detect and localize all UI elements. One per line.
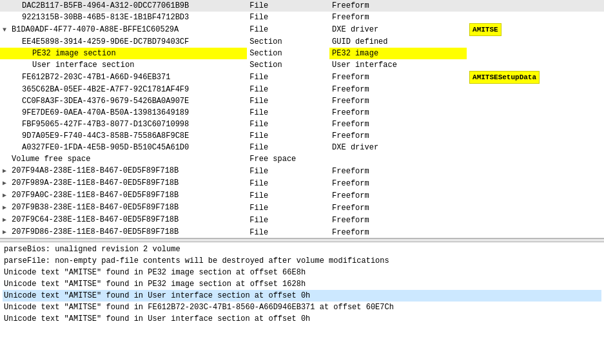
- row-subtype: PE32 image: [329, 48, 467, 59]
- table-row[interactable]: FBF95065-427F-47B3-8077-D13C60710998File…: [0, 119, 604, 130]
- row-tag: [467, 189, 604, 202]
- row-name: DAC2B117-B5FB-4964-A312-0DCC77061B9B: [22, 1, 189, 10]
- messages-panel: parseBios: unaligned revision 2 volumepa…: [0, 238, 604, 364]
- row-tag: [467, 119, 604, 130]
- row-name: CC0F8A3F-3DEA-4376-9679-5426BA0A907E: [22, 97, 189, 106]
- row-subtype: [329, 153, 467, 165]
- row-type: File: [247, 107, 329, 119]
- row-subtype: Freeform: [329, 226, 467, 238]
- table-row[interactable]: A0327FE0-1FDA-4E5B-905D-B510C45A61D0File…: [0, 142, 604, 153]
- table-row[interactable]: 365C62BA-05EF-4B2E-A7F7-92C1781AF4F9File…: [0, 84, 604, 95]
- row-type: File: [247, 119, 329, 130]
- row-tag: [467, 36, 604, 48]
- table-row[interactable]: ▶207F9A0C-238E-11E8-B467-0ED5F89F718BFil…: [0, 189, 604, 202]
- row-subtype: Freeform: [329, 130, 467, 142]
- expander-icon[interactable]: ▶: [3, 178, 10, 189]
- row-tag: [467, 177, 604, 189]
- row-name: 9D7A05E9-F740-44C3-858B-75586A8F9C8E: [22, 131, 189, 140]
- row-subtype: DXE driver: [329, 142, 467, 153]
- table-row[interactable]: ▶207F9C64-238E-11E8-B467-0ED5F89F718BFil…: [0, 214, 604, 226]
- table-row[interactable]: PE32 image sectionSectionPE32 image: [0, 48, 604, 59]
- row-type: File: [247, 165, 329, 177]
- row-subtype: Freeform: [329, 71, 467, 84]
- row-subtype: Freeform: [329, 107, 467, 119]
- row-subtype: DXE driver: [329, 23, 467, 36]
- row-tag: [467, 226, 604, 238]
- row-tag: [467, 107, 604, 119]
- row-subtype: User interface: [329, 59, 467, 71]
- table-row[interactable]: ▶207F94A8-238E-11E8-B467-0ED5F89F718BFil…: [0, 165, 604, 177]
- row-tag: [467, 202, 604, 214]
- expander-icon[interactable]: ▶: [3, 215, 10, 226]
- table-row[interactable]: 9D7A05E9-F740-44C3-858B-75586A8F9C8EFile…: [0, 130, 604, 142]
- table-row[interactable]: EE4E5898-3914-4259-9D6E-DC7BD79403CFSect…: [0, 36, 604, 48]
- message-line: parseBios: unaligned revision 2 volume: [3, 244, 601, 255]
- tag-badge: AMITSE: [469, 23, 502, 36]
- expander-icon[interactable]: ▶: [3, 202, 10, 214]
- file-tree: DAC2B117-B5FB-4964-A312-0DCC77061B9BFile…: [0, 0, 604, 238]
- row-type: Section: [247, 59, 329, 71]
- table-row[interactable]: ▼B1DA0ADF-4F77-4070-A88E-BFFE1C60529AFil…: [0, 23, 604, 36]
- message-line: Unicode text "AMITSE" found in User inte…: [3, 290, 601, 302]
- row-type: File: [247, 23, 329, 36]
- row-tag: [467, 12, 604, 23]
- row-tag: [467, 84, 604, 95]
- table-row[interactable]: ▶207F9B38-238E-11E8-B467-0ED5F89F718BFil…: [0, 202, 604, 214]
- file-tree-area[interactable]: DAC2B117-B5FB-4964-A312-0DCC77061B9BFile…: [0, 0, 604, 238]
- row-tag: [467, 142, 604, 153]
- row-subtype: Freeform: [329, 119, 467, 130]
- table-row[interactable]: ▶207F9D86-238E-11E8-B467-0ED5F89F718BFil…: [0, 226, 604, 238]
- table-row[interactable]: ▶207F989A-238E-11E8-B467-0ED5F89F718BFil…: [0, 177, 604, 189]
- row-name: 207F9A0C-238E-11E8-B467-0ED5F89F718B: [12, 191, 179, 200]
- table-row[interactable]: FE612B72-203C-47B1-A66D-946EB371FileFree…: [0, 71, 604, 84]
- row-type: File: [247, 0, 329, 12]
- message-line: Unicode text "AMITSE" found in PE32 imag…: [3, 278, 601, 290]
- table-row[interactable]: 9221315B-30BB-46B5-813E-1B1BF4712BD3File…: [0, 12, 604, 23]
- row-name: PE32 image section: [32, 49, 116, 58]
- expander-icon[interactable]: ▼: [3, 24, 10, 36]
- row-subtype: Freeform: [329, 214, 467, 226]
- row-type: File: [247, 226, 329, 238]
- expander-icon[interactable]: ▶: [3, 190, 10, 202]
- table-row[interactable]: DAC2B117-B5FB-4964-A312-0DCC77061B9BFile…: [0, 0, 604, 12]
- tag-badge: AMITSESetupData: [469, 71, 540, 84]
- row-tag: AMITSE: [467, 23, 604, 36]
- row-type: File: [247, 142, 329, 153]
- row-name: 207F9C64-238E-11E8-B467-0ED5F89F718B: [12, 215, 179, 224]
- row-subtype: Freeform: [329, 0, 467, 12]
- row-type: Free space: [247, 153, 329, 165]
- row-type: File: [247, 71, 329, 84]
- message-line: Unicode text "AMITSE" found in FE612B72-…: [3, 302, 601, 313]
- row-tag: [467, 0, 604, 12]
- row-tag: [467, 214, 604, 226]
- row-subtype: Freeform: [329, 202, 467, 214]
- table-row[interactable]: 9FE7DE69-0AEA-470A-B50A-139813649189File…: [0, 107, 604, 119]
- row-type: File: [247, 84, 329, 95]
- message-line: Unicode text "AMITSE" found in PE32 imag…: [3, 267, 601, 278]
- table-row[interactable]: User interface sectionSectionUser interf…: [0, 59, 604, 71]
- row-tag: [467, 165, 604, 177]
- row-name: 207F9D86-238E-11E8-B467-0ED5F89F718B: [12, 227, 179, 236]
- row-tag: [467, 59, 604, 71]
- table-row[interactable]: CC0F8A3F-3DEA-4376-9679-5426BA0A907EFile…: [0, 95, 604, 107]
- row-type: File: [247, 130, 329, 142]
- row-subtype: Freeform: [329, 12, 467, 23]
- row-tag: [467, 153, 604, 165]
- row-tag: AMITSESetupData: [467, 71, 604, 84]
- row-name: 207F9B38-238E-11E8-B467-0ED5F89F718B: [12, 203, 179, 212]
- row-subtype: Freeform: [329, 84, 467, 95]
- row-type: File: [247, 202, 329, 214]
- row-type: File: [247, 12, 329, 23]
- expander-icon[interactable]: ▶: [3, 166, 10, 177]
- row-subtype: Freeform: [329, 189, 467, 202]
- main-container: DAC2B117-B5FB-4964-A312-0DCC77061B9BFile…: [0, 0, 604, 364]
- messages-content[interactable]: parseBios: unaligned revision 2 volumepa…: [0, 242, 604, 364]
- message-line: Unicode text "AMITSE" found in User inte…: [3, 313, 601, 325]
- expander-icon[interactable]: ▶: [3, 227, 10, 238]
- row-type: File: [247, 189, 329, 202]
- row-name: 207F989A-238E-11E8-B467-0ED5F89F718B: [12, 178, 179, 187]
- row-name: B1DA0ADF-4F77-4070-A88E-BFFE1C60529A: [12, 25, 179, 34]
- table-row[interactable]: Volume free spaceFree space: [0, 153, 604, 165]
- row-name: FE612B72-203C-47B1-A66D-946EB371: [22, 73, 170, 82]
- row-name: EE4E5898-3914-4259-9D6E-DC7BD79403CF: [22, 37, 189, 46]
